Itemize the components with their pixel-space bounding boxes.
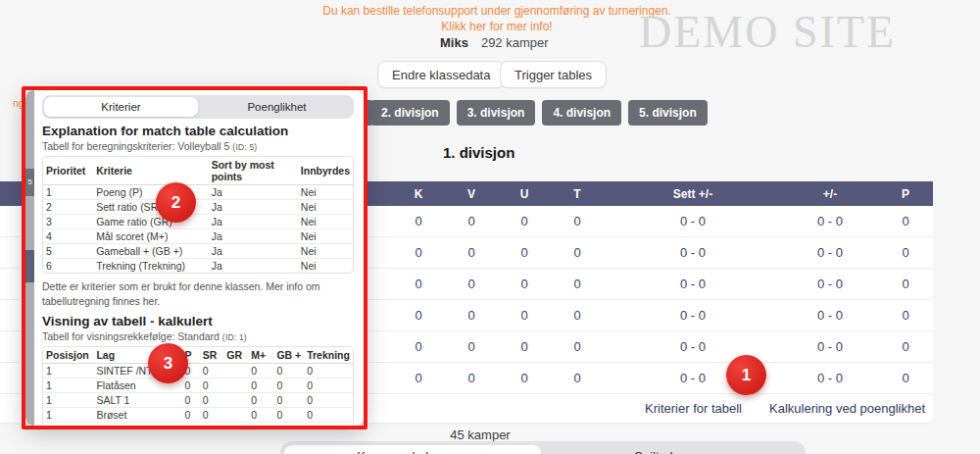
col-innbyrdes: Innbyrdes [298, 157, 353, 185]
col-v: V [445, 187, 498, 201]
col-trekning: Trekning [304, 347, 353, 364]
table-row: 2 Sett ratio (SR) Ja Nei [43, 200, 353, 215]
division-tab-bar: 2. divisjon 3. divisjon 4. divisjon 5. d… [370, 100, 708, 126]
cell: 2 [43, 200, 93, 215]
annotation-badge-1: 1 [726, 355, 766, 395]
annotation-badge-2: 2 [156, 182, 196, 223]
support-info-link[interactable]: Klikk her for mer info! [322, 19, 671, 34]
col-t: T [551, 187, 604, 201]
cell: 0 [182, 408, 200, 423]
display-section-title: Visning av tabell - kalkulert [42, 314, 354, 328]
cell: 1 [43, 393, 93, 408]
cell: 0 [182, 378, 200, 393]
col-posisjon: Posisjon [43, 347, 93, 364]
cell: 0 [248, 364, 273, 378]
cell: 5 [43, 244, 93, 259]
cell: 0 [392, 245, 445, 260]
criteria-table: Prioritet Kriterie Sort by most points I… [42, 156, 354, 274]
cell [223, 423, 248, 426]
cell: K-BIL [93, 423, 181, 426]
cell: 0 [200, 393, 224, 408]
cell: 0 [498, 371, 551, 385]
cell: 0 [392, 371, 445, 385]
cell: Ja [209, 259, 298, 273]
cell: 1 [43, 364, 93, 378]
col-sr: SR [200, 347, 224, 364]
cell: 0 [445, 371, 498, 385]
cell: 0 [551, 308, 604, 323]
display-section-subtitle: Tabell for visningsrekkefølge: Standard … [42, 330, 354, 342]
division-title: 1. divisjon [443, 144, 514, 161]
cell: 0 - 0 [782, 339, 878, 354]
cell: 0 [200, 378, 224, 393]
criteria-popup: 5 Kriterier Poenglikhet Explanation for … [25, 90, 364, 426]
popup-subtitle-id: (id: 5) [232, 142, 257, 152]
cell: 0 [551, 371, 604, 385]
cell: Nei [298, 185, 353, 200]
cell: Ja [209, 185, 298, 200]
cell: 0 [878, 214, 933, 228]
cell: 0 [878, 371, 933, 385]
tab-division-2[interactable]: 2. divisjon [370, 100, 450, 126]
support-notice: Du kan bestille telefonsupport under gje… [322, 3, 671, 34]
cell: Brøset [93, 408, 181, 423]
cell [223, 364, 248, 378]
bottom-tab-bar: Kommende kamper Spilte kamper [280, 441, 806, 454]
popup-tab-kriterier[interactable]: Kriterier [44, 97, 198, 117]
col-prioritet: Prioritet [43, 157, 93, 185]
tab-played-matches[interactable]: Spilte kamper [545, 445, 802, 454]
criteria-for-table-link[interactable]: Kriterier for tabell [645, 401, 742, 416]
cell: 0 [304, 364, 353, 378]
cell: Ja [209, 200, 298, 215]
tab-division-3[interactable]: 3. divisjon [457, 100, 536, 126]
tab-division-4[interactable]: 4. divisjon [542, 100, 621, 126]
cell: 0 [182, 393, 200, 408]
cell: Nei [298, 229, 353, 244]
cell: 0 - 0 [604, 277, 782, 291]
cell: 0 [551, 277, 604, 291]
cell: 0 [182, 423, 200, 426]
criteria-note: Dette er kriterier som er brukt for denn… [42, 279, 354, 308]
cell: 0 [304, 378, 353, 393]
cell [223, 408, 248, 423]
table-header-row: Posisjon Lag P SR GR M+ GB + Trekning [43, 347, 353, 364]
cell: 0 [273, 378, 304, 393]
support-notice-line1: Du kan bestille telefonsupport under gje… [322, 3, 671, 19]
scrollbar-thumb[interactable] [25, 250, 34, 282]
cell: 0 [304, 408, 353, 423]
cell: 3 [43, 215, 93, 229]
popup-title: Explanation for match table calculation [42, 124, 354, 138]
cell: 0 [498, 214, 551, 228]
tab-upcoming-matches[interactable]: Kommende kamper [284, 445, 541, 454]
total-matches-label: 45 kamper [421, 428, 539, 442]
cell: 0 [304, 393, 353, 408]
popup-scrollbar[interactable]: 5 [25, 90, 34, 426]
col-sort: Sort by most points [209, 157, 298, 185]
col-gbplus: GB + [273, 347, 304, 364]
scrollbar-number-fragment: 5 [25, 169, 34, 196]
cell: 0 [392, 308, 445, 323]
cell: 0 [273, 423, 304, 426]
cell: Ja [209, 215, 298, 229]
cell: 0 - 0 [782, 214, 878, 228]
display-subtitle-text: Tabell for visningsrekkefølge: Standard [42, 330, 220, 342]
cell: 1 [43, 408, 93, 423]
tab-division-5[interactable]: 5. divisjon [628, 100, 708, 126]
trigger-tables-button[interactable]: Trigger tables [500, 61, 607, 88]
cell: 0 - 0 [604, 245, 782, 260]
cell: 0 [498, 245, 551, 260]
cell: 0 [878, 339, 933, 354]
popup-tab-poenglikhet[interactable]: Poenglikhet [200, 95, 354, 119]
cell: 0 [304, 423, 353, 426]
display-subtitle-id: (id: 1) [222, 332, 247, 342]
cell: Ja [209, 229, 298, 244]
col-p: P [878, 187, 933, 201]
display-order-table: Posisjon Lag P SR GR M+ GB + Trekning 1 … [42, 346, 354, 426]
cell: Mål scoret (M+) [93, 229, 208, 244]
edit-classdata-button[interactable]: Endre klassedata [377, 61, 505, 88]
tiebreak-calculation-link[interactable]: Kalkulering ved poenglikhet [769, 401, 925, 416]
cell: 0 [273, 364, 304, 378]
cell: 0 [551, 245, 604, 260]
cell: 0 [248, 393, 273, 408]
col-gr: GR [223, 347, 248, 364]
